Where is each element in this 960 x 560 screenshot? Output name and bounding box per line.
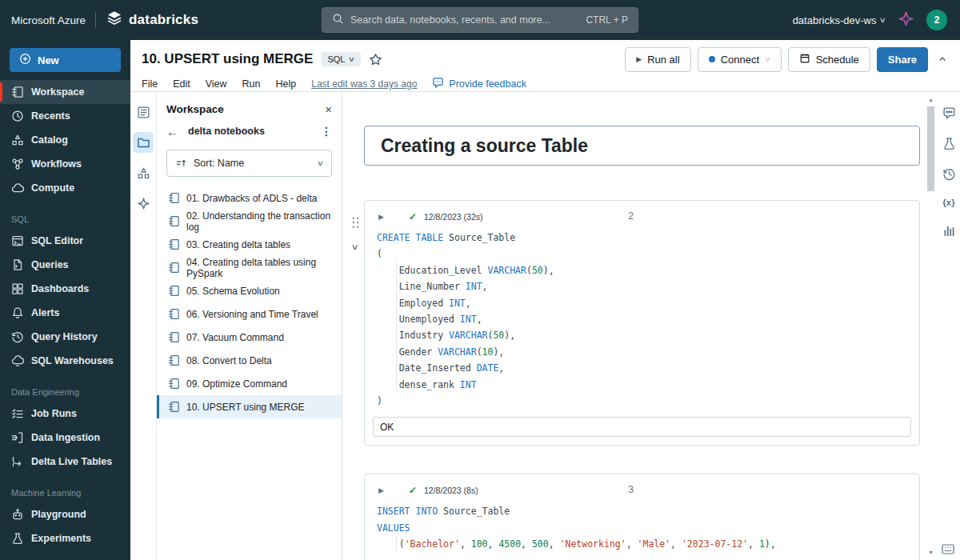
divider xyxy=(95,11,96,29)
sidebar-section-label: Data Engineering xyxy=(0,373,130,402)
file-item[interactable]: 02. Understanding the transaction log xyxy=(157,210,342,233)
vertical-scrollbar[interactable]: ▲ ▼ xyxy=(924,92,938,560)
schedule-button[interactable]: Schedule xyxy=(788,47,870,72)
sql-code-editor[interactable]: CREATE TABLE Source_Table( Education_Lev… xyxy=(365,223,919,409)
sidebar-item-compute[interactable]: Compute xyxy=(0,176,130,200)
language-selector[interactable]: SQL ∨ xyxy=(321,52,361,66)
run-all-button[interactable]: ▶ Run all xyxy=(625,47,690,72)
brand-name: databricks xyxy=(129,12,198,28)
sidebar-item-workspace[interactable]: Workspace xyxy=(0,80,130,104)
notebook-title-row: 10. UPSERT using MERGE SQL ∨ ▶ Run all C… xyxy=(142,46,950,72)
scrollbar-thumb[interactable] xyxy=(927,106,934,191)
sidebar-item-workflows[interactable]: Workflows xyxy=(0,152,130,176)
assistant-sparkle-icon[interactable] xyxy=(898,11,914,30)
close-panel-icon[interactable]: × xyxy=(325,102,332,116)
sidebar-item-delta-live-tables[interactable]: Delta Live Tables xyxy=(0,450,130,474)
cell-number: 3 xyxy=(628,484,634,495)
workspace-selector[interactable]: databricks-dev-ws ∨ xyxy=(793,14,886,26)
breadcrumb[interactable]: delta notebooks xyxy=(188,126,265,137)
provide-feedback-link[interactable]: Provide feedback xyxy=(432,77,526,91)
folder-browser-icon[interactable] xyxy=(133,132,154,153)
file-item[interactable]: 04. Creating delta tables using PySpark xyxy=(157,256,342,279)
table-of-contents-icon[interactable] xyxy=(133,102,154,122)
sidebar-item-sql-warehouses[interactable]: SQL Warehouses xyxy=(0,349,130,373)
new-button[interactable]: New xyxy=(10,48,121,72)
scroll-down-icon[interactable]: ▼ xyxy=(924,550,938,555)
code-line: ) xyxy=(377,393,919,409)
catalog-rail-icon[interactable] xyxy=(133,162,154,183)
menu-help[interactable]: Help xyxy=(276,78,297,90)
menu-view[interactable]: View xyxy=(206,78,227,90)
sidebar-item-queries[interactable]: Queries xyxy=(0,253,130,277)
file-item[interactable]: 06. Versioning and Time Travel xyxy=(157,302,342,326)
cell-chevron-down-icon[interactable]: ∨ xyxy=(351,242,359,251)
sidebar-item-label: Queries xyxy=(31,259,69,270)
kebab-menu-icon[interactable]: ⋮ xyxy=(321,125,332,138)
markdown-title-cell[interactable]: Creating a source Table xyxy=(364,126,920,166)
file-item[interactable]: 01. Drawbacks of ADLS - delta xyxy=(157,186,342,210)
sidebar-item-recents[interactable]: Recents xyxy=(0,104,130,128)
databricks-logo-icon xyxy=(106,10,123,31)
sort-dropdown[interactable]: Sort: Name ∨ xyxy=(166,150,332,177)
sidebar-item-catalog[interactable]: Catalog xyxy=(0,128,130,152)
sidebar-item-alerts[interactable]: Alerts xyxy=(0,301,130,325)
cell-heading: Creating a source Table xyxy=(381,135,588,157)
sidebar-item-label: Alerts xyxy=(31,307,59,318)
run-cell-icon[interactable]: ▶ xyxy=(378,486,384,494)
run-cell-icon[interactable]: ▶ xyxy=(378,213,384,221)
sql-code-editor[interactable]: INSERT INTO Source_TableVALUES ('Bachelo… xyxy=(365,497,919,552)
brand-area: Microsoft Azure databricks xyxy=(0,10,198,31)
workspace-breadcrumb-row: ← delta notebooks ⋮ xyxy=(157,119,342,143)
keyboard-shortcuts-icon[interactable] xyxy=(942,544,954,558)
code-line: Industry VARCHAR(50), xyxy=(377,327,919,343)
file-item[interactable]: 03. Creating delta tables xyxy=(157,233,342,256)
file-item[interactable]: 05. Schema Evolution xyxy=(157,279,342,302)
code-cell-3: ▶ ✓ 12/8/2023 (8s) 3 INSERT INTO Source_… xyxy=(364,474,920,560)
file-item[interactable]: 08. Convert to Delta xyxy=(157,349,342,372)
file-item[interactable]: 09. Optimize Command xyxy=(157,372,342,395)
sidebar: New WorkspaceRecentsCatalogWorkflowsComp… xyxy=(0,40,130,560)
drag-handle-icon[interactable] xyxy=(351,216,360,228)
global-search-input[interactable]: Search data, notebooks, recents, and mor… xyxy=(322,7,638,33)
notebook-file-icon xyxy=(168,285,180,297)
sidebar-item-experiments[interactable]: Experiments xyxy=(0,526,130,550)
assistant-rail-sparkle-icon[interactable] xyxy=(133,193,154,214)
comments-icon[interactable] xyxy=(942,106,956,120)
menu-run[interactable]: Run xyxy=(242,78,261,90)
favorite-star-icon[interactable] xyxy=(369,53,382,66)
file-item[interactable]: 07. Vacuum Command xyxy=(157,326,342,349)
notebook-file-icon xyxy=(168,401,180,413)
alerts-bell-icon xyxy=(11,306,24,319)
catalog-icon xyxy=(11,134,24,146)
sidebar-item-dashboards[interactable]: Dashboards xyxy=(0,277,130,301)
sidebar-item-data-ingestion[interactable]: Data Ingestion xyxy=(0,426,130,450)
share-button[interactable]: Share xyxy=(877,47,928,72)
sidebar-item-label: Workflows xyxy=(31,158,82,170)
sidebar-item-sql-editor[interactable]: SQL Editor xyxy=(0,229,130,253)
experiments-flask-icon[interactable] xyxy=(942,137,956,150)
sidebar-item-query-history[interactable]: Query History xyxy=(0,325,130,349)
file-item[interactable]: 10. UPSERT using MERGE xyxy=(157,395,342,418)
databricks-logo[interactable]: databricks xyxy=(106,10,198,31)
user-avatar[interactable]: 2 xyxy=(926,10,947,30)
back-arrow-icon[interactable]: ← xyxy=(166,125,178,138)
file-item-label: 01. Drawbacks of ADLS - delta xyxy=(186,193,317,204)
file-item-label: 03. Creating delta tables xyxy=(186,239,290,250)
sidebar-item-job-runs[interactable]: Job Runs xyxy=(0,402,130,426)
visualizations-icon[interactable] xyxy=(942,224,956,238)
code-line: Unemployed INT, xyxy=(377,311,919,327)
scroll-up-icon[interactable]: ▲ xyxy=(924,97,938,102)
menu-edit[interactable]: Edit xyxy=(173,78,190,90)
sidebar-item-label: Catalog xyxy=(31,134,68,146)
sidebar-item-playground[interactable]: Playground xyxy=(0,502,130,526)
last-edit-link[interactable]: Last edit was 3 days ago xyxy=(311,78,417,90)
version-history-icon[interactable] xyxy=(942,167,956,181)
variables-icon[interactable]: {x} xyxy=(942,198,954,207)
code-line: ('Bachelor', 100, 4500, 500, 'Networking… xyxy=(377,536,919,552)
connect-button[interactable]: Connect ∨ xyxy=(698,47,782,72)
notebook-title[interactable]: 10. UPSERT using MERGE xyxy=(142,51,313,67)
calendar-icon xyxy=(799,53,810,66)
collapse-header-icon[interactable] xyxy=(934,54,950,64)
menu-file[interactable]: File xyxy=(142,78,158,90)
sidebar-item-label: Data Ingestion xyxy=(31,432,100,443)
